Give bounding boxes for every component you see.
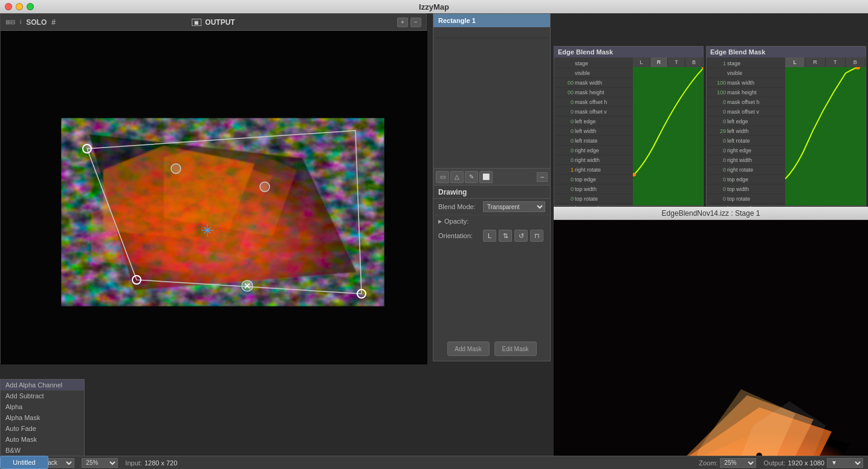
zoom-percent-select[interactable]: 25% 50% 100%	[82, 458, 118, 468]
orient-flip-btn[interactable]: ⇅	[499, 230, 512, 242]
draw-square-tool[interactable]: ⬜	[479, 171, 493, 183]
param-row: 00 mask width	[554, 78, 633, 88]
output-toolbar: ⊞⊟ i SOLO # ▣ OUTPUT + −	[1, 14, 426, 31]
svg-rect-16	[785, 67, 866, 205]
fire-display	[1, 31, 427, 364]
rect-panel-content	[433, 27, 550, 40]
param-row: 0 top edge	[707, 175, 785, 184]
edge-tab-t[interactable]: T	[668, 57, 685, 67]
param-row: 0 right width	[707, 155, 785, 165]
output-label: OUTPUT	[205, 18, 235, 27]
edge-blend-left-label: Edge Blend Mask	[558, 48, 613, 56]
param-row: 0 right width	[554, 155, 633, 165]
input-label: Input:	[125, 459, 142, 467]
output-label: Output:	[763, 459, 785, 467]
orientation-row: Orientation: L ⇅ ↺ ⊓	[433, 227, 550, 244]
draw-tri-tool[interactable]: △	[450, 171, 464, 183]
orient-t-btn[interactable]: ⊓	[530, 230, 543, 242]
param-row: 29 left width	[707, 126, 785, 136]
hash-label: #	[51, 18, 56, 27]
drawing-panel-collapse[interactable]: −	[537, 172, 548, 182]
draw-rect-tool[interactable]: ▭	[436, 171, 449, 183]
edge-tab2-r[interactable]: R	[805, 57, 825, 67]
drawing-action-buttons: Add Mask Edit Mask	[433, 341, 550, 356]
orient-r-btn[interactable]: ↺	[514, 230, 528, 242]
close-button[interactable]	[5, 3, 12, 10]
edge-tab2-l[interactable]: L	[785, 57, 805, 67]
param-row: 0 right edge	[554, 146, 633, 155]
edge-tab2-t[interactable]: T	[826, 57, 846, 67]
output-title: ▣ OUTPUT	[192, 18, 235, 27]
maximize-button[interactable]	[27, 3, 34, 10]
title-bar: IzzyMap	[0, 0, 868, 13]
param-row: 1 right rotate	[554, 165, 633, 175]
window-buttons	[5, 3, 34, 10]
param-row: 0 mask offset h	[707, 97, 785, 107]
output-minus-btn[interactable]: −	[410, 18, 421, 27]
curve-svg-left	[633, 67, 703, 205]
param-row: 0 mask offset h	[554, 97, 633, 107]
param-row: 0 left edge	[554, 117, 633, 126]
param-row: 0 top width	[707, 184, 785, 194]
blend-bw[interactable]: B&W	[1, 445, 84, 456]
status-bar: Bkg Color: Black White Gray 25% 50% 100%…	[0, 456, 868, 469]
param-row: stage	[554, 59, 633, 68]
blend-auto-mask[interactable]: Auto Mask	[1, 434, 84, 445]
edge-blend-mask-right: Edge Blend Mask 1 stage visible 100 mask…	[706, 46, 866, 206]
edge-tab-b[interactable]: B	[685, 57, 703, 67]
edit-mask-btn[interactable]: Edit Mask	[494, 341, 537, 356]
param-row: 100 mask width	[707, 78, 785, 88]
blend-auto-fade[interactable]: Auto Fade	[1, 423, 84, 434]
blend-modes-dropdown: Add Alpha Channel Add Subtract Alpha Alp…	[0, 379, 85, 456]
param-row: 0 left rotate	[554, 136, 633, 146]
drawing-panel: ▭ △ ✎ ⬜ − Drawing Blend Mode: Transparen…	[433, 168, 551, 361]
edge-graph-left: L R T B	[633, 57, 703, 205]
orientation-label: Orientation:	[438, 232, 481, 239]
untitled-button[interactable]: Untitled	[0, 456, 48, 469]
output-select[interactable]: ▼	[827, 458, 863, 468]
drawing-section-title: Drawing	[433, 186, 550, 199]
blend-add-subtract[interactable]: Add Subtract	[1, 390, 84, 401]
edge-tab2-b[interactable]: B	[846, 57, 866, 67]
blend-mode-select[interactable]: Transparent Normal Add Multiply	[483, 201, 545, 212]
param-row: 0 left edge	[707, 117, 785, 126]
graph-area-right	[785, 67, 866, 205]
edge-tabs-left: L R T B	[633, 57, 703, 67]
edge-blend-right-label: Edge Blend Mask	[710, 48, 765, 56]
rect-title-label: Rectangle 1	[438, 17, 476, 24]
param-row: 0 top rotate	[554, 194, 633, 204]
opacity-row: ▶ Opacity:	[433, 215, 550, 227]
svg-rect-13	[633, 67, 703, 205]
draw-pen-tool[interactable]: ✎	[465, 171, 478, 183]
param-row: 00 mask height	[554, 88, 633, 97]
blend-alpha-mask[interactable]: Alpha Mask	[1, 412, 84, 423]
edge-blend-left-body: stage visible 00 mask width 00 mask heig…	[554, 57, 703, 205]
blend-add-alpha[interactable]: Add Alpha Channel	[1, 380, 84, 390]
blend-mode-label: Blend Mode:	[438, 203, 481, 210]
blend-mode-row: Blend Mode: Transparent Normal Add Multi…	[433, 199, 550, 215]
stage-title-label: EdgeBlendNov14.izz : Stage 1	[662, 209, 760, 218]
add-mask-btn[interactable]: Add Mask	[447, 341, 490, 356]
output-controls: + −	[397, 18, 421, 27]
edge-tab-l[interactable]: L	[633, 57, 650, 67]
zoom-item: Zoom: 25% 50% 100%	[699, 458, 756, 468]
stage-fire-display	[554, 220, 868, 469]
i-icon[interactable]: i	[20, 19, 21, 25]
edge-blend-mask-left: Edge Blend Mask stage visible 00 mask wi…	[554, 46, 704, 206]
input-item: Input: 1280 x 720	[125, 459, 177, 467]
param-row: 0 left rotate	[707, 136, 785, 146]
output-plus-btn[interactable]: +	[397, 18, 408, 27]
output-icon: ▣	[192, 19, 201, 26]
edge-tab-r[interactable]: R	[650, 57, 668, 67]
orient-l-btn[interactable]: L	[483, 230, 496, 242]
param-row: 1 stage	[707, 59, 785, 68]
param-row: 0 mask offset v	[707, 107, 785, 117]
opacity-toggle-icon[interactable]: ▶	[438, 219, 442, 224]
toolbar-move-icon[interactable]: ⊞⊟	[5, 19, 15, 25]
param-row: visible	[554, 68, 633, 78]
minimize-button[interactable]	[16, 3, 23, 10]
param-row: 0 left width	[554, 126, 633, 136]
blend-alpha[interactable]: Alpha	[1, 401, 84, 412]
zoom-select[interactable]: 25% 50% 100%	[720, 458, 756, 468]
edge-blend-right-title: Edge Blend Mask	[707, 47, 866, 57]
